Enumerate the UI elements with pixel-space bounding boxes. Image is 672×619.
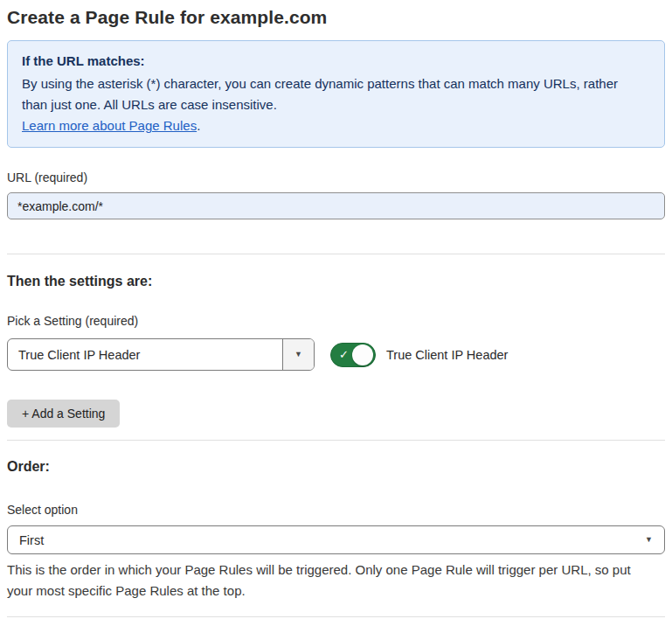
url-match-info-callout: If the URL matches: By using the asteris… — [7, 40, 665, 148]
page-title: Create a Page Rule for example.com — [7, 5, 665, 30]
setting-picker-value: True Client IP Header — [8, 339, 282, 370]
add-setting-button[interactable]: + Add a Setting — [7, 400, 120, 428]
caret-down-icon: ▼ — [294, 351, 302, 358]
learn-more-link[interactable]: Learn more about Page Rules — [22, 118, 197, 133]
info-callout-heading: If the URL matches: — [22, 51, 650, 72]
url-input[interactable] — [7, 192, 665, 219]
toggle-label: True Client IP Header — [386, 348, 508, 362]
link-period: . — [197, 118, 200, 133]
setting-picker-caret-box[interactable]: ▼ — [282, 339, 314, 370]
order-select-value: First — [19, 533, 44, 547]
toggle-knob — [352, 344, 373, 365]
setting-picker-dropdown[interactable]: True Client IP Header ▼ — [7, 338, 315, 371]
order-section-heading: Order: — [7, 457, 665, 476]
true-client-ip-toggle[interactable]: ✓ — [330, 343, 376, 367]
setting-row: True Client IP Header ▼ ✓ True Client IP… — [7, 338, 665, 371]
settings-section-heading: Then the settings are: — [7, 272, 665, 291]
url-field-label: URL (required) — [7, 169, 665, 186]
section-divider — [7, 254, 665, 254]
info-callout-link-line: Learn more about Page Rules. — [22, 115, 650, 136]
order-select-dropdown[interactable]: First ▼ — [7, 525, 665, 554]
caret-down-icon: ▼ — [645, 536, 653, 544]
order-select-label: Select option — [7, 501, 665, 518]
check-icon: ✓ — [339, 349, 349, 360]
setting-picker-label: Pick a Setting (required) — [7, 312, 665, 330]
footer-divider — [7, 616, 665, 617]
order-help-text: This is the order in which your Page Rul… — [7, 560, 658, 602]
info-callout-body: By using the asterisk (*) character, you… — [22, 73, 634, 115]
section-divider — [7, 440, 665, 441]
